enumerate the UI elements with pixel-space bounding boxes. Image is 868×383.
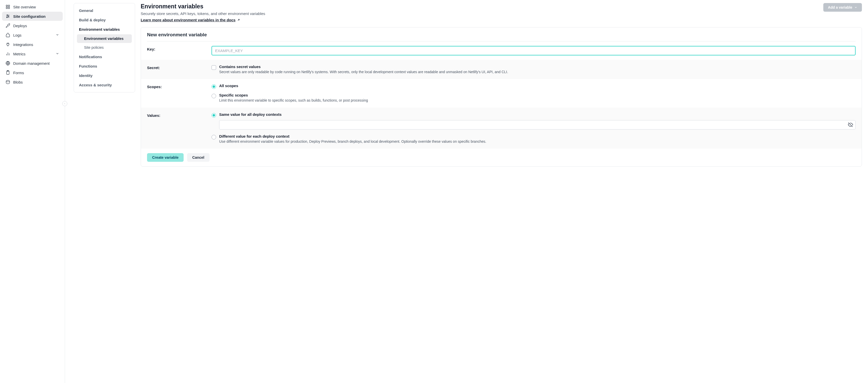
nav-label: Domain management (13, 61, 50, 66)
nav-domain-management[interactable]: Domain management (2, 59, 63, 68)
svg-rect-2 (6, 7, 7, 9)
scopes-label: Scopes: (147, 84, 206, 103)
values-label: Values: (147, 112, 206, 144)
grid-icon (6, 5, 10, 9)
settings-nav-identity[interactable]: Identity (75, 71, 133, 80)
values-diff-label: Different value for each deploy context (219, 134, 486, 138)
values-row: Values: Same value for all deploy contex… (141, 108, 862, 149)
svg-rect-0 (6, 5, 7, 6)
nav-deploys[interactable]: Deploys (2, 21, 63, 30)
nav-site-configuration[interactable]: Site configuration (2, 12, 63, 21)
nav-label: Logs (13, 33, 22, 37)
nav-label: Forms (13, 71, 24, 75)
nav-label: Blobs (13, 80, 23, 84)
values-same-radio[interactable] (212, 113, 216, 118)
primary-sidebar: Site overview Site configuration Deploys… (0, 0, 65, 383)
settings-nav-environment-variables[interactable]: Environment variables (75, 25, 133, 34)
card-title: New environment variable (141, 27, 862, 41)
scope-all-radio[interactable] (212, 84, 216, 89)
secret-checkbox-desc: Secret values are only readable by code … (219, 69, 508, 74)
scopes-row: Scopes: All scopes Specific scopes Limit… (141, 79, 862, 107)
nav-logs[interactable]: Logs (2, 30, 63, 40)
create-variable-button[interactable]: Create variable (147, 153, 184, 162)
svg-rect-3 (8, 7, 10, 9)
eye-off-icon (848, 122, 853, 127)
logs-icon (6, 33, 10, 37)
nav-blobs[interactable]: Blobs (2, 77, 63, 87)
scope-specific-desc: Limit this environment variable to speci… (219, 98, 368, 103)
external-link-icon (237, 18, 240, 22)
nav-label: Deploys (13, 24, 27, 28)
values-diff-desc: Use different environment variable value… (219, 139, 486, 144)
scope-all-label: All scopes (219, 84, 238, 88)
secret-row: Secret: Contains secret values Secret va… (141, 60, 862, 79)
settings-nav-notifications[interactable]: Notifications (75, 52, 133, 61)
add-variable-button[interactable]: Add a variable (823, 3, 862, 12)
sliders-icon (6, 14, 10, 19)
nav-label: Site overview (13, 5, 36, 9)
key-label: Key: (147, 46, 206, 55)
scope-specific-radio[interactable] (212, 94, 216, 98)
settings-nav-access-security[interactable]: Access & security (75, 80, 133, 90)
nav-label: Integrations (13, 42, 33, 47)
page-title: Environment variables (141, 3, 265, 10)
nav-label: Site configuration (13, 14, 46, 19)
settings-nav-general[interactable]: General (75, 6, 133, 15)
clipboard-icon (6, 70, 10, 75)
database-icon (6, 80, 10, 84)
globe-icon (6, 61, 10, 66)
nav-metrics[interactable]: Metrics (2, 49, 63, 58)
settings-nav-build-deploy[interactable]: Build & deploy (75, 15, 133, 25)
secret-checkbox-title: Contains secret values (219, 65, 508, 69)
settings-sidebar: General Build & deploy Environment varia… (74, 3, 135, 92)
key-row: Key: (141, 41, 862, 60)
values-same-label: Same value for all deploy contexts (219, 112, 282, 117)
docs-link-label: Learn more about environment variables i… (141, 18, 236, 22)
main-content: Environment variables Securely store sec… (141, 3, 868, 383)
value-input[interactable] (219, 120, 856, 130)
svg-rect-1 (8, 5, 10, 6)
chevron-down-icon (56, 52, 59, 56)
key-input[interactable] (212, 46, 856, 55)
page-subtitle: Securely store secrets, API keys, tokens… (141, 11, 265, 16)
toggle-visibility-button[interactable] (848, 122, 853, 127)
sidebar-collapse-button[interactable] (62, 101, 67, 106)
nav-forms[interactable]: Forms (2, 68, 63, 77)
card-footer: Create variable Cancel (141, 149, 862, 166)
values-diff-radio[interactable] (212, 135, 216, 139)
nav-integrations[interactable]: Integrations (2, 40, 63, 49)
nav-label: Metrics (13, 52, 25, 56)
plug-icon (6, 42, 10, 47)
secret-label: Secret: (147, 65, 206, 74)
page-header: Environment variables Securely store sec… (141, 3, 862, 22)
secret-checkbox[interactable] (212, 65, 216, 70)
bar-chart-icon (6, 52, 10, 56)
new-variable-card: New environment variable Key: Secret: Co… (141, 27, 862, 167)
scope-specific-label: Specific scopes (219, 93, 368, 97)
rocket-icon (6, 23, 10, 28)
cancel-button[interactable]: Cancel (187, 153, 210, 162)
nav-site-overview[interactable]: Site overview (2, 2, 63, 11)
add-variable-label: Add a variable (828, 5, 852, 9)
settings-nav-functions[interactable]: Functions (75, 61, 133, 71)
chevron-down-icon (854, 6, 857, 9)
settings-subnav-environment-variables[interactable]: Environment variables (77, 34, 132, 43)
chevron-down-icon (56, 33, 59, 37)
settings-subnav-site-policies[interactable]: Site policies (77, 43, 132, 52)
docs-link[interactable]: Learn more about environment variables i… (141, 18, 240, 22)
